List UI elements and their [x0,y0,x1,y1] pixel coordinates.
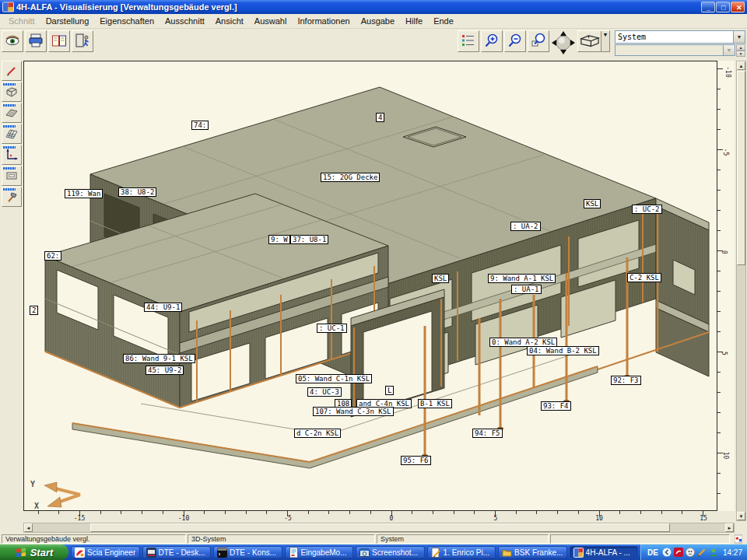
scroll-right-button[interactable]: ► [725,523,734,532]
side-toolbar [0,58,23,534]
edit-tool-button[interactable] [2,61,22,81]
zoom-out-button[interactable] [504,30,526,52]
zoom-window-button[interactable] [528,30,549,52]
menu-item-eigenschaften[interactable]: Eigenschaften [94,15,160,27]
element-label: 107: Wand C-3n KSL [313,407,394,416]
element-label: KSL [432,274,449,283]
mesh-tool-button[interactable] [2,124,22,144]
scroll-left-button[interactable]: ◄ [24,523,33,532]
ruler-tick-label: -10 [178,515,189,522]
element-label: 45: U9-2 [146,366,184,375]
menu-item-hilfe[interactable]: Hilfe [400,15,428,27]
status-bar: Verwaltungsgebäude vergl.3D-SystemSystem [0,534,747,544]
spinner-control[interactable]: ▲▼ [736,44,745,56]
ruler-tick-label: -15 [74,515,85,522]
mesh-icon [5,131,19,143]
system-combobox-value: System [615,33,733,41]
taskbar-task-1-enrico-pi[interactable]: 1. Enrico Pi... [427,546,496,558]
menu-item-informationen[interactable]: Informationen [292,15,355,27]
vertical-scrollbar[interactable]: ▲ ▼ [736,61,746,521]
ruler-tick-label: -10 [724,66,731,77]
axis-y-label: Y [30,480,35,488]
agent-tray-icon[interactable] [709,548,718,557]
element-label: 95: F6 [401,456,431,465]
element-label: 04: Wand B-2 KSL [527,346,599,355]
tools-button[interactable] [2,187,22,207]
taskbar-task-screenshot[interactable]: Screenshot... [356,546,425,558]
menu-item-ansicht[interactable]: Ansicht [210,15,249,27]
taskbar-task-eingabemo[interactable]: EingabeMo... [285,546,354,558]
element-label: 38: U8-2 [118,187,156,197]
pan-button[interactable] [551,30,576,55]
view-3d-button[interactable]: ▼ [577,30,610,52]
taskbar-task-scia-engineer[interactable]: Scia Engineer [71,546,140,558]
minimize-button[interactable]: _ [701,2,715,12]
horizontal-ruler: -15-10-5051015 [23,511,717,522]
print-button[interactable] [25,30,47,52]
display-options-button[interactable] [458,30,479,52]
red-app-tray-icon[interactable] [674,548,683,557]
secondary-combobox[interactable]: ▼ [615,44,735,56]
axis-indicator [44,482,80,507]
help-button[interactable] [48,30,70,52]
solid-tool-button[interactable] [2,82,22,102]
view-button[interactable] [2,30,23,52]
toolbar-grip [3,167,16,170]
element-label: 37: U8-1 [290,235,328,244]
combo-dropdown-icon[interactable]: ▼ [733,31,745,43]
taskbar-task-4h-alfa[interactable]: 4H-ALFA - ... [570,546,639,558]
taskbar-task-bsk-franke[interactable]: BSK Franke... [498,546,567,558]
horizontal-scrollbar[interactable]: ◄ ► [23,523,735,533]
close-button[interactable]: ✕ [731,2,745,12]
window-title: 4H-ALFA - Visualisierung [Verwaltungsgeb… [16,2,701,12]
secondary-combo-dropdown-icon[interactable]: ▼ [723,45,735,55]
vertical-ruler: -10-50510 [717,61,735,511]
start-button[interactable]: Start [0,544,68,560]
chevron-left-icon[interactable] [662,548,672,557]
vertical-scroll-thumb[interactable] [737,71,745,265]
ruler-tick-label: 5 [721,352,728,355]
scroll-up-button[interactable]: ▲ [737,61,745,70]
taskbar-task-dte-desk[interactable]: DTE - Desk... [142,546,212,558]
element-label: KSL [584,199,601,208]
horizontal-scroll-thumb[interactable] [90,523,670,532]
view-3d-dropdown[interactable]: ▼ [601,31,609,51]
menu-item-ausschnitt[interactable]: Ausschnitt [160,15,210,27]
toolbar-grip [3,125,16,128]
element-label: 94: F5 [472,429,503,438]
axes-tool-button[interactable] [2,145,22,165]
scroll-down-button[interactable]: ▼ [737,512,745,520]
work-area: Y X 74:415: 2OG Decke119: Wan38: U8-29: … [0,58,747,534]
element-label: 4 [376,113,384,122]
menu-item-ausgabe[interactable]: Ausgabe [356,15,400,27]
document-pencil-icon [431,548,441,558]
element-label: 15: 2OG Decke [321,173,380,182]
menu-item-darstellung[interactable]: Darstellung [40,15,95,27]
system-combobox[interactable]: System ▼ [615,30,745,44]
zoom-in-button[interactable] [481,30,503,52]
slab-tool-button[interactable] [2,103,22,123]
drawing-canvas[interactable]: Y X 74:415: 2OG Decke119: Wan38: U8-29: … [23,61,717,511]
app-icon [2,2,14,12]
menu-item-auswahl[interactable]: Auswahl [249,15,293,27]
list-icon [461,33,476,51]
language-indicator[interactable]: DE [647,548,658,557]
element-label: 86: Wand 9-1 KSL [123,354,195,363]
help-book-icon [51,33,67,51]
folder-icon [502,548,512,558]
element-label: 62: [44,251,61,261]
element-label: 9: W [268,235,290,244]
messenger-tray-icon[interactable] [686,548,695,557]
menu-item-schnitt: Schnitt [3,15,40,27]
taskbar-task-dte-kons[interactable]: DTE - Kons... [213,546,282,558]
status-panel: 3D-System [188,534,375,544]
printer-icon [28,33,44,51]
hammer-icon [5,194,19,206]
exit-button[interactable] [72,30,93,52]
element-label: d C-2n KSL [294,429,341,438]
pencil-tray-icon[interactable] [697,548,707,557]
maximize-button[interactable]: □ [716,2,730,12]
frame-tool-button[interactable] [2,166,22,186]
element-label: 2 [30,306,38,315]
menu-item-ende[interactable]: Ende [428,15,459,27]
